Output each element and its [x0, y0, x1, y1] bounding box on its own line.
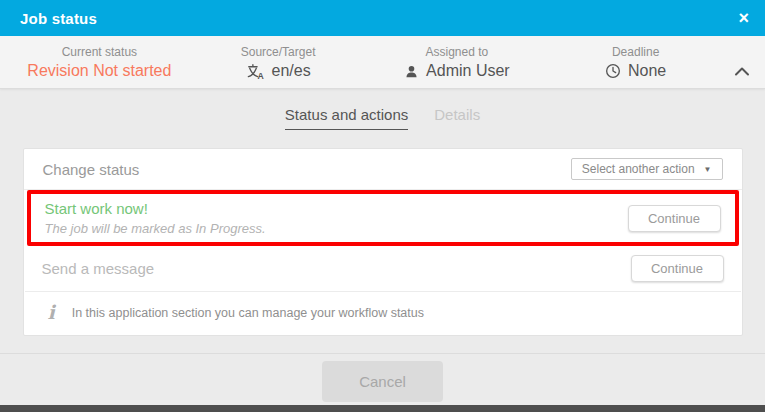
deadline-label: Deadline: [612, 45, 659, 59]
svg-text:A: A: [257, 71, 264, 81]
tab-bar: Status and actions Details: [0, 89, 765, 130]
start-work-description: The job will be marked as In Progress.: [45, 221, 266, 236]
action-row-send-message: Send a message Continue: [24, 246, 742, 291]
panel-title: Change status: [43, 161, 140, 178]
source-target-text: en/es: [272, 62, 311, 80]
action-row-start-work: Start work now! The job will be marked a…: [27, 190, 739, 246]
chevron-up-icon[interactable]: [734, 62, 750, 80]
action-start-work-texts: Start work now! The job will be marked a…: [45, 200, 266, 236]
deadline-text: None: [628, 62, 666, 80]
tab-details[interactable]: Details: [434, 106, 480, 130]
current-status-label: Current status: [62, 45, 137, 59]
send-message-title: Send a message: [42, 260, 155, 277]
select-another-action-dropdown[interactable]: Select another action ▼: [571, 158, 723, 180]
tab-status-and-actions[interactable]: Status and actions: [285, 106, 408, 130]
current-status-value: Revision Not started: [27, 62, 171, 80]
source-target-label: Source/Target: [241, 45, 316, 59]
assigned-to-value: Admin User: [404, 62, 510, 80]
summary-assigned-to: Assigned to Admin User: [368, 41, 547, 84]
info-row: i In this application section you can ma…: [24, 292, 742, 335]
panel-header: Change status Select another action ▼: [24, 149, 742, 190]
deadline-value: None: [605, 62, 666, 80]
person-icon: [404, 64, 419, 79]
summary-current-status: Current status Revision Not started: [10, 41, 189, 84]
modal-title: Job status: [20, 10, 97, 27]
cancel-button[interactable]: Cancel: [322, 361, 443, 402]
start-work-title: Start work now!: [45, 200, 266, 217]
clock-icon: [605, 63, 621, 79]
change-status-panel: Change status Select another action ▼ St…: [23, 148, 743, 336]
info-icon: i: [48, 303, 55, 322]
job-summary-bar: Current status Revision Not started Sour…: [0, 36, 765, 89]
close-icon[interactable]: ×: [738, 9, 749, 27]
continue-start-work-button[interactable]: Continue: [628, 205, 721, 232]
continue-send-message-button[interactable]: Continue: [631, 255, 724, 282]
info-text: In this application section you can mana…: [72, 306, 424, 320]
dropdown-arrow-icon: ▼: [704, 165, 712, 174]
modal-footer: Cancel: [0, 353, 765, 402]
language-icon: A: [246, 62, 265, 81]
job-status-modal: Job status × Current status Revision Not…: [0, 0, 765, 412]
source-target-value: A en/es: [246, 62, 311, 81]
summary-source-target: Source/Target A en/es: [189, 41, 368, 84]
assigned-to-label: Assigned to: [426, 45, 489, 59]
select-another-action-label: Select another action: [582, 162, 695, 176]
modal-header: Job status ×: [0, 0, 765, 36]
background-page-edge: [0, 405, 765, 412]
assigned-to-text: Admin User: [426, 62, 510, 80]
summary-deadline: Deadline None: [546, 41, 725, 84]
